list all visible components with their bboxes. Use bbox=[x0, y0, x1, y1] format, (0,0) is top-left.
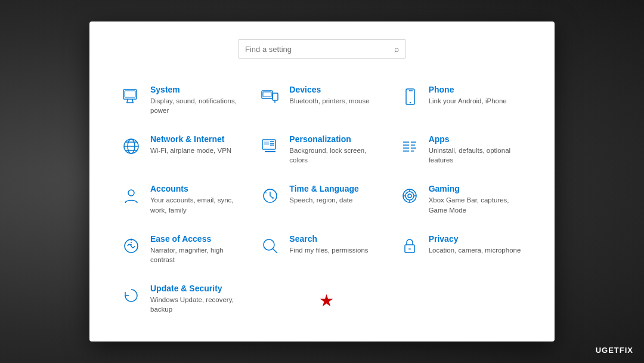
svg-line-45 bbox=[273, 249, 277, 253]
svg-text:A: A bbox=[272, 196, 274, 200]
item-text-devices: Devices Bluetooth, printers, mouse bbox=[289, 85, 369, 106]
settings-item-search[interactable]: Search Find my files, permissions bbox=[252, 224, 391, 274]
item-title-apps: Apps bbox=[429, 134, 524, 144]
item-text-phone: Phone Link your Android, iPhone bbox=[429, 85, 507, 106]
item-title-devices: Devices bbox=[289, 85, 369, 94]
watermark: UGETFIX bbox=[596, 346, 633, 355]
item-title-accounts: Accounts bbox=[150, 184, 245, 193]
settings-item-privacy[interactable]: Privacy Location, camera, microphone bbox=[392, 224, 531, 274]
svg-point-43 bbox=[131, 238, 132, 240]
item-desc-phone: Link your Android, iPhone bbox=[429, 96, 507, 106]
settings-grid: System Display, sound, notifications, po… bbox=[113, 75, 531, 324]
item-text-update: Update & Security Windows Update, recove… bbox=[150, 284, 245, 314]
item-title-time: Time & Language bbox=[289, 184, 358, 193]
svg-rect-6 bbox=[273, 93, 278, 100]
svg-point-44 bbox=[264, 239, 274, 250]
item-text-privacy: Privacy Location, camera, microphone bbox=[429, 234, 521, 255]
apps-icon bbox=[399, 136, 420, 157]
svg-line-2 bbox=[132, 99, 133, 103]
settings-item-update[interactable]: Update & Security Windows Update, recove… bbox=[113, 274, 252, 324]
svg-point-47 bbox=[408, 248, 411, 250]
svg-point-11 bbox=[409, 102, 410, 103]
item-text-accounts: Accounts Your accounts, email, sync, wor… bbox=[150, 184, 245, 214]
settings-item-time[interactable]: A A Time & Language Speech, region, date bbox=[252, 174, 391, 224]
item-text-time: Time & Language Speech, region, date bbox=[289, 184, 358, 205]
item-desc-system: Display, sound, notifications, power bbox=[150, 96, 245, 115]
item-title-phone: Phone bbox=[429, 85, 507, 94]
item-desc-time: Speech, region, date bbox=[289, 195, 358, 205]
item-desc-ease: Narrator, magnifier, high contrast bbox=[150, 245, 245, 264]
svg-point-37 bbox=[408, 194, 411, 198]
settings-item-personalization[interactable]: Personalization Background, lock screen,… bbox=[252, 125, 391, 174]
settings-item-gaming[interactable]: Gaming Xbox Game Bar, captures, Game Mod… bbox=[392, 174, 531, 224]
network-icon bbox=[120, 136, 142, 157]
settings-item-devices[interactable]: Devices Bluetooth, printers, mouse bbox=[252, 75, 391, 125]
item-desc-devices: Bluetooth, printers, mouse bbox=[289, 96, 369, 106]
item-text-network: Network & Internet Wi-Fi, airplane mode,… bbox=[150, 134, 231, 155]
svg-rect-8 bbox=[263, 92, 271, 97]
gaming-icon bbox=[399, 185, 420, 207]
privacy-icon bbox=[399, 235, 420, 257]
settings-item-accounts[interactable]: Accounts Your accounts, email, sync, wor… bbox=[113, 174, 252, 224]
accounts-icon bbox=[120, 185, 142, 207]
item-desc-update: Windows Update, recovery, backup bbox=[150, 295, 245, 314]
item-title-ease: Ease of Access bbox=[150, 234, 245, 244]
item-title-search: Search bbox=[289, 234, 368, 244]
item-text-system: System Display, sound, notifications, po… bbox=[150, 85, 245, 115]
item-title-update: Update & Security bbox=[150, 284, 245, 293]
item-desc-privacy: Location, camera, microphone bbox=[429, 245, 521, 255]
item-text-search: Search Find my files, permissions bbox=[289, 234, 368, 255]
item-text-apps: Apps Uninstall, defaults, optional featu… bbox=[429, 134, 524, 165]
devices-icon bbox=[259, 86, 281, 107]
search-icon bbox=[259, 235, 281, 257]
svg-text:A: A bbox=[265, 190, 267, 194]
svg-line-1 bbox=[127, 99, 128, 103]
settings-item-apps[interactable]: Apps Uninstall, defaults, optional featu… bbox=[392, 125, 531, 174]
item-desc-gaming: Xbox Game Bar, captures, Game Mode bbox=[429, 195, 524, 214]
item-title-privacy: Privacy bbox=[429, 234, 521, 244]
ease-icon bbox=[120, 235, 142, 257]
svg-rect-4 bbox=[125, 91, 135, 97]
item-desc-personalization: Background, lock screen, colors bbox=[289, 146, 384, 165]
item-text-gaming: Gaming Xbox Game Bar, captures, Game Mod… bbox=[429, 184, 524, 214]
settings-item-system[interactable]: System Display, sound, notifications, po… bbox=[113, 75, 252, 125]
item-title-gaming: Gaming bbox=[429, 184, 524, 193]
system-icon bbox=[120, 86, 142, 107]
settings-item-network[interactable]: Network & Internet Wi-Fi, airplane mode,… bbox=[113, 125, 252, 174]
item-title-personalization: Personalization bbox=[289, 134, 384, 144]
item-title-system: System bbox=[150, 85, 245, 94]
search-bar-row: ⌕ bbox=[113, 39, 531, 59]
item-desc-apps: Uninstall, defaults, optional features bbox=[429, 146, 524, 165]
svg-point-29 bbox=[128, 190, 134, 196]
item-desc-accounts: Your accounts, email, sync, work, family bbox=[150, 195, 245, 214]
personalization-icon bbox=[259, 136, 281, 157]
settings-item-phone[interactable]: Phone Link your Android, iPhone bbox=[392, 75, 531, 125]
update-icon bbox=[120, 285, 142, 306]
item-desc-network: Wi-Fi, airplane mode, VPN bbox=[150, 146, 231, 155]
item-text-personalization: Personalization Background, lock screen,… bbox=[289, 134, 384, 165]
phone-icon bbox=[399, 86, 420, 107]
time-icon: A A bbox=[259, 185, 281, 207]
svg-point-36 bbox=[405, 192, 414, 200]
search-bar[interactable]: ⌕ bbox=[239, 39, 405, 59]
search-icon: ⌕ bbox=[394, 44, 399, 54]
settings-item-ease[interactable]: Ease of Access Narrator, magnifier, high… bbox=[113, 224, 252, 274]
settings-window: ⌕ System Display, sound, notifications, … bbox=[89, 21, 555, 342]
item-desc-search: Find my files, permissions bbox=[289, 245, 368, 255]
item-title-network: Network & Internet bbox=[150, 134, 231, 144]
item-text-ease: Ease of Access Narrator, magnifier, high… bbox=[150, 234, 245, 264]
search-input[interactable] bbox=[245, 45, 394, 54]
